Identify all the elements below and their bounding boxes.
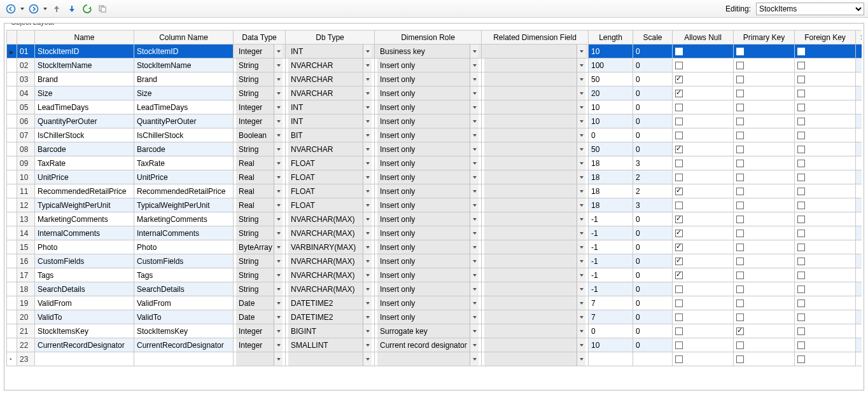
cell-sy[interactable]: [856, 240, 862, 254]
cell-foreign-key[interactable]: [795, 100, 856, 114]
header-allows-null[interactable]: Allows Null: [673, 31, 734, 45]
cell-reldim[interactable]: [482, 296, 589, 310]
cell-length[interactable]: 20: [589, 86, 633, 100]
cell-column-name[interactable]: StockItemsKey: [134, 324, 234, 338]
cell-allows-null[interactable]: [673, 212, 734, 226]
cell-length[interactable]: 50: [589, 142, 633, 156]
cell-foreign-key[interactable]: [795, 338, 856, 352]
cell-sy[interactable]: [856, 170, 862, 184]
cell-reldim[interactable]: [482, 352, 589, 366]
checkbox[interactable]: [797, 202, 805, 209]
checkbox[interactable]: [736, 104, 744, 111]
cell-dimrole[interactable]: Insert only: [375, 254, 482, 268]
checkbox[interactable]: [797, 230, 805, 237]
cell-dimrole[interactable]: Surrogate key: [375, 324, 482, 338]
cell-scale[interactable]: 0: [633, 86, 673, 100]
cell-dbtype[interactable]: DATETIME2: [286, 310, 375, 324]
cell-dbtype[interactable]: NVARCHAR: [286, 59, 375, 72]
cell-scale[interactable]: 3: [633, 156, 673, 170]
cell-datatype[interactable]: Integer: [234, 114, 286, 128]
cell-dimrole[interactable]: Insert only: [375, 156, 482, 170]
cell-column-name[interactable]: StockItemID: [134, 45, 234, 59]
cell-name[interactable]: QuantityPerOuter: [35, 114, 134, 128]
checkbox[interactable]: [797, 341, 805, 349]
cell-reldim[interactable]: [482, 156, 589, 170]
cell-foreign-key[interactable]: [795, 324, 856, 338]
cell-foreign-key[interactable]: [795, 128, 856, 142]
cell-primary-key[interactable]: [734, 156, 795, 170]
cell-sy[interactable]: [856, 254, 862, 268]
cell-scale[interactable]: 0: [633, 114, 673, 128]
cell-primary-key[interactable]: [734, 184, 795, 198]
checkbox[interactable]: [736, 174, 744, 181]
checkbox[interactable]: [675, 90, 683, 97]
cell-allows-null[interactable]: [673, 226, 734, 240]
table-row[interactable]: 21StockItemsKeyStockItemsKeyIntegerBIGIN…: [7, 324, 862, 338]
cell-reldim[interactable]: [482, 240, 589, 254]
cell-datatype[interactable]: Integer: [234, 45, 286, 59]
cell-column-name[interactable]: CustomFields: [134, 254, 234, 268]
cell-allows-null[interactable]: [673, 198, 734, 212]
cell-scale[interactable]: 3: [633, 198, 673, 212]
cell-length[interactable]: 18: [589, 170, 633, 184]
cell-length[interactable]: 10: [589, 100, 633, 114]
table-row[interactable]: 03BrandBrandStringNVARCHARInsert only500: [7, 72, 862, 86]
cell-reldim[interactable]: [482, 45, 589, 59]
cell-dimrole[interactable]: Insert only: [375, 198, 482, 212]
cell-length[interactable]: 100: [589, 59, 633, 72]
cell-scale[interactable]: 0: [633, 296, 673, 310]
checkbox[interactable]: [797, 188, 805, 195]
cell-foreign-key[interactable]: [795, 184, 856, 198]
cell-reldim[interactable]: [482, 72, 589, 86]
nav-down-button[interactable]: [65, 2, 79, 16]
cell-primary-key[interactable]: [734, 338, 795, 352]
cell-datatype[interactable]: Real: [234, 184, 286, 198]
header-db-type[interactable]: Db Type: [286, 31, 375, 45]
cell-foreign-key[interactable]: [795, 86, 856, 100]
cell-sy[interactable]: [856, 184, 862, 198]
checkbox[interactable]: [675, 314, 683, 321]
cell-foreign-key[interactable]: [795, 170, 856, 184]
cell-foreign-key[interactable]: [795, 226, 856, 240]
cell-allows-null[interactable]: [673, 310, 734, 324]
cell-column-name[interactable]: LeadTimeDays: [134, 100, 234, 114]
checkbox[interactable]: [736, 355, 744, 363]
cell-datatype[interactable]: [234, 352, 286, 366]
cell-datatype[interactable]: String: [234, 212, 286, 226]
checkbox[interactable]: [797, 160, 805, 167]
cell-name[interactable]: StockItemID: [35, 45, 134, 59]
cell-allows-null[interactable]: [673, 268, 734, 282]
checkbox[interactable]: [736, 314, 744, 321]
cell-datatype[interactable]: Real: [234, 156, 286, 170]
cell-length[interactable]: 18: [589, 198, 633, 212]
cell-sy[interactable]: [856, 212, 862, 226]
cell-name[interactable]: CustomFields: [35, 254, 134, 268]
cell-allows-null[interactable]: [673, 296, 734, 310]
cell-reldim[interactable]: [482, 100, 589, 114]
cell-foreign-key[interactable]: [795, 59, 856, 72]
cell-foreign-key[interactable]: [795, 240, 856, 254]
cell-primary-key[interactable]: [734, 100, 795, 114]
checkbox[interactable]: [797, 272, 805, 279]
cell-dimrole[interactable]: Insert only: [375, 296, 482, 310]
cell-sy[interactable]: [856, 310, 862, 324]
cell-sy[interactable]: [856, 114, 862, 128]
cell-column-name[interactable]: Tags: [134, 268, 234, 282]
cell-length[interactable]: -1: [589, 282, 633, 296]
cell-dimrole[interactable]: Insert only: [375, 72, 482, 86]
cell-allows-null[interactable]: [673, 86, 734, 100]
table-row[interactable]: 20ValidToValidToDateDATETIME2Insert only…: [7, 310, 862, 324]
cell-datatype[interactable]: String: [234, 268, 286, 282]
cell-allows-null[interactable]: [673, 45, 734, 59]
header-primary-key[interactable]: Primary Key: [734, 31, 795, 45]
cell-name[interactable]: Photo: [35, 240, 134, 254]
cell-foreign-key[interactable]: [795, 212, 856, 226]
cell-primary-key[interactable]: [734, 142, 795, 156]
table-row[interactable]: 06QuantityPerOuterQuantityPerOuterIntege…: [7, 114, 862, 128]
cell-name[interactable]: RecommendedRetailPrice: [35, 184, 134, 198]
grid-scroll[interactable]: Name Column Name Data Type Db Type Dimen…: [6, 30, 862, 388]
cell-scale[interactable]: 0: [633, 324, 673, 338]
cell-length[interactable]: 0: [589, 128, 633, 142]
cell-datatype[interactable]: Boolean: [234, 128, 286, 142]
cell-allows-null[interactable]: [673, 338, 734, 352]
